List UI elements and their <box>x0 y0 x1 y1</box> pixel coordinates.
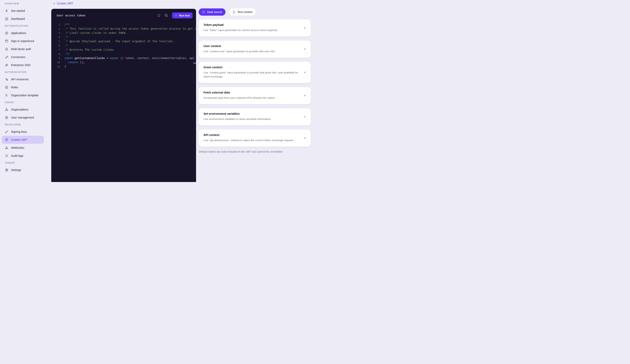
sidebar-item-get-started[interactable]: Get started <box>2 7 44 15</box>
dashboard-icon <box>5 17 8 20</box>
sidebar-item-label: Roles <box>11 86 18 89</box>
card-description: Incorporate data from your external APIs… <box>204 96 301 100</box>
sidebar-item-label: Applications <box>11 32 26 35</box>
sidebar-item-label: Get started <box>11 9 25 12</box>
card-user-context[interactable]: User context Use `context.user` input pa… <box>199 41 311 58</box>
card-grant-context[interactable]: Grant context Use `context.grant` input … <box>199 62 311 83</box>
breadcrumb[interactable]: Custom JWT <box>53 2 73 5</box>
chevron-down-icon[interactable] <box>303 26 306 30</box>
sidebar-item-signing-keys[interactable]: Signing keys <box>2 128 44 136</box>
section-label-users: USERS <box>5 101 46 104</box>
line-number: 7 <box>51 48 60 52</box>
section-label-authorization: AUTHORIZATION <box>5 71 46 73</box>
sidebar-item-settings[interactable]: Settings <box>2 166 44 174</box>
bolt-icon <box>5 9 8 12</box>
default-claims-note: Default claims are auto-included in the … <box>199 150 311 153</box>
scrollbar-thumb[interactable] <box>193 63 196 64</box>
editor-title: User access token <box>57 14 153 17</box>
line-number: 1 <box>51 22 60 27</box>
code-line: 6 * <box>51 44 196 48</box>
sidebar-item-roles[interactable]: Roles <box>2 83 44 91</box>
code-text: const getCustomJwtClaims = async ({ toke… <box>60 56 194 60</box>
chevron-down-icon[interactable] <box>303 136 306 140</box>
line-number: 9 <box>51 56 60 60</box>
indent-guide <box>65 60 66 64</box>
sidebar-item-label: User management <box>11 116 34 119</box>
sidebar-item-organization-template[interactable]: Organization template <box>2 91 44 99</box>
tab-data-source[interactable]: Data source <box>199 8 226 16</box>
code-line: 4 * <box>51 35 196 39</box>
code-line: 1/** <box>51 22 196 27</box>
sidebar-item-enterprise-sso[interactable]: Enterprise SSO <box>2 61 44 69</box>
sidebar-item-dashboard[interactable]: Dashboard <box>2 15 44 23</box>
sidebar-item-label: Multi-factor auth <box>11 48 31 51</box>
sidebar-item-api-resources[interactable]: API resources <box>2 75 44 83</box>
person-check-icon <box>5 94 8 97</box>
sidebar-item-webhooks[interactable]: Webhooks <box>2 144 44 152</box>
card-title: API context <box>204 133 301 136</box>
card-api-context[interactable]: API context Use `api.denyAccess` method … <box>199 130 311 146</box>
card-description: Use `token` input parameter for current … <box>204 28 301 32</box>
code-text: * Limit custom claims to under 50KB. <box>60 31 127 35</box>
sidebar-item-applications[interactable]: Applications <box>2 29 44 37</box>
connectors-clouds-icon <box>5 55 8 59</box>
key-icon <box>5 130 8 134</box>
code-line: 10 return {}; <box>51 60 196 64</box>
sidebar-item-user-management[interactable]: User management <box>2 114 44 122</box>
refresh-icon[interactable] <box>157 14 160 17</box>
code-line: 8 */ <box>51 52 196 56</box>
cloud-key-icon <box>5 63 8 67</box>
sidebar-item-label: Organization template <box>11 94 38 97</box>
flask-icon <box>232 10 236 14</box>
chevron-down-icon[interactable] <box>303 115 306 118</box>
sidebar-item-sign-in-experience[interactable]: Sign-in experience <box>2 37 44 45</box>
section-label-developer: DEVELOPER <box>5 123 46 126</box>
card-fetch-external-data[interactable]: Fetch external data Incorporate data fro… <box>199 87 311 104</box>
chevron-down-icon[interactable] <box>303 48 306 51</box>
card-set-environment-variables[interactable]: Set environment variables Use environmen… <box>199 108 311 125</box>
cube-icon <box>5 31 8 35</box>
sidebar-item-label: Settings <box>11 168 21 172</box>
sidebar-item-label: Audit logs <box>11 154 23 157</box>
tab-label: Test context <box>237 10 252 14</box>
card-title: User context <box>204 44 301 48</box>
tab-test-context[interactable]: Test context <box>229 8 256 16</box>
card-token-payload[interactable]: Token payload Use `token` input paramete… <box>199 20 311 36</box>
card-description: Use `context.grant` input parameter to p… <box>204 71 301 79</box>
sidebar-item-label: Enterprise SSO <box>11 64 30 67</box>
card-title: Grant context <box>204 66 301 69</box>
card-list: Token payload Use `token` input paramete… <box>199 20 311 146</box>
code-area[interactable]: 1/**2 * This function is called during t… <box>51 21 196 69</box>
sidebar-item-audit-logs[interactable]: Audit logs <box>2 152 44 160</box>
back-link[interactable]: Custom JWT <box>57 2 73 5</box>
browser-window-icon <box>5 39 8 43</box>
card-description: Use `api.denyAccess` method to reject th… <box>204 138 301 142</box>
badge-person-icon <box>5 86 8 89</box>
person-circle-icon <box>5 116 8 119</box>
code-line: 3 * Limit custom claims to under 50KB. <box>51 31 196 35</box>
webhook-icon <box>5 146 8 150</box>
chevron-down-icon[interactable] <box>303 94 306 97</box>
seal-plus-icon <box>5 138 8 142</box>
scrollbar-track <box>194 20 194 182</box>
chevron-down-icon[interactable] <box>303 71 306 74</box>
sidebar-item-multi-factor-auth[interactable]: Multi-factor auth <box>2 45 44 53</box>
data-source-panel: Data sourceTest context Token payload Us… <box>199 8 311 153</box>
tab-label: Data source <box>207 10 222 14</box>
back-chevron-icon[interactable] <box>53 2 56 5</box>
code-line: 7 * @returns The custom claims. <box>51 48 196 52</box>
list-lines-icon <box>5 154 8 158</box>
sidebar-item-connectors[interactable]: Connectors <box>2 53 44 61</box>
code-line: 11} <box>51 64 196 69</box>
sidebar-item-organizations[interactable]: Organizations <box>2 106 44 114</box>
indent-guide <box>65 27 66 56</box>
copy-icon[interactable] <box>164 14 168 17</box>
run-test-button[interactable]: Run test <box>172 12 193 18</box>
sidebar-item-custom-jwt[interactable]: Custom JWT <box>2 136 44 144</box>
run-test-label: Run test <box>179 14 190 17</box>
code-text: /** <box>60 22 70 27</box>
section-label-overview: OVERVIEW <box>5 2 46 5</box>
code-line: 5 * @param {Payload} payload - The input… <box>51 39 196 44</box>
sidebar-item-label: Sign-in experience <box>11 40 34 43</box>
line-number: 8 <box>51 52 60 56</box>
